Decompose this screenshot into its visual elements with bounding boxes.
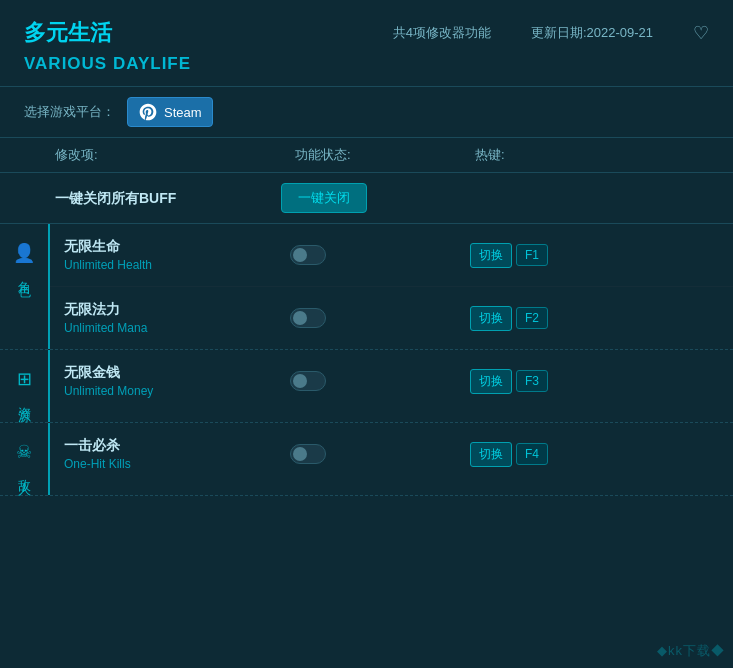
table-row: 无限法力Unlimited Mana切换F2	[50, 287, 733, 349]
disable-all-label-area: 一键关闭所有BUFF	[55, 189, 281, 208]
platform-bar: 选择游戏平台： Steam	[0, 87, 733, 138]
meta-count: 共4项修改器功能	[393, 24, 491, 42]
mod-name-en: One-Hit Kills	[64, 457, 290, 471]
section-sidebar-enemy: ☠敌人	[0, 423, 50, 495]
mod-name-cn: 无限金钱	[64, 364, 290, 382]
disable-all-label: 一键关闭所有BUFF	[55, 190, 176, 206]
section-resources: ⊞资源无限金钱Unlimited Money切换F3	[0, 350, 733, 423]
section-icon-enemy: ☠	[16, 441, 32, 463]
mod-name-en: Unlimited Health	[64, 258, 290, 272]
section-icon-resources: ⊞	[17, 368, 32, 390]
section-enemy: ☠敌人一击必杀One-Hit Kills切换F4	[0, 423, 733, 496]
mod-names: 无限生命Unlimited Health	[64, 238, 290, 272]
watermark: ◆kk下载◆	[657, 642, 725, 660]
disable-all-row: 一键关闭所有BUFF 一键关闭	[0, 173, 733, 224]
col-header-hotkey: 热键:	[475, 146, 505, 164]
steam-label: Steam	[164, 105, 202, 120]
mod-name-cn: 无限生命	[64, 238, 290, 256]
steam-platform-button[interactable]: Steam	[127, 97, 213, 127]
section-content-resources: 无限金钱Unlimited Money切换F3	[50, 350, 733, 422]
header: 多元生活 共4项修改器功能 更新日期:2022-09-21 ♡ VARIOUS …	[0, 0, 733, 87]
game-title-cn: 多元生活	[24, 18, 112, 48]
hotkey-action-button[interactable]: 切换	[470, 442, 512, 467]
table-row: 一击必杀One-Hit Kills切换F4	[50, 423, 733, 485]
disable-all-button-area: 一键关闭	[281, 183, 461, 213]
disable-all-button[interactable]: 一键关闭	[281, 183, 367, 213]
mod-toggle[interactable]	[290, 444, 326, 464]
section-label-character: 角色	[15, 270, 33, 278]
mod-names: 无限金钱Unlimited Money	[64, 364, 290, 398]
hotkey-key: F2	[516, 307, 548, 329]
mod-toggle-area	[290, 371, 470, 391]
mod-names: 一击必杀One-Hit Kills	[64, 437, 290, 471]
section-label-resources: 资源	[15, 396, 33, 404]
platform-label: 选择游戏平台：	[24, 103, 115, 121]
section-character: 👤角色无限生命Unlimited Health切换F1无限法力Unlimited…	[0, 224, 733, 350]
mod-name-en: Unlimited Money	[64, 384, 290, 398]
section-sidebar-character: 👤角色	[0, 224, 50, 349]
mod-toggle-area	[290, 444, 470, 464]
hotkey-area: 切换F1	[470, 243, 548, 268]
header-meta: 共4项修改器功能 更新日期:2022-09-21 ♡	[393, 22, 709, 44]
game-title-en: VARIOUS DAYLIFE	[24, 54, 709, 74]
hotkey-action-button[interactable]: 切换	[470, 369, 512, 394]
mod-toggle-area	[290, 308, 470, 328]
table-header: 修改项: 功能状态: 热键:	[0, 138, 733, 173]
hotkey-key: F3	[516, 370, 548, 392]
mod-toggle[interactable]	[290, 308, 326, 328]
hotkey-key: F4	[516, 443, 548, 465]
mod-toggle[interactable]	[290, 245, 326, 265]
mod-names: 无限法力Unlimited Mana	[64, 301, 290, 335]
table-row: 无限生命Unlimited Health切换F1	[50, 224, 733, 287]
section-sidebar-resources: ⊞资源	[0, 350, 50, 422]
mod-name-en: Unlimited Mana	[64, 321, 290, 335]
hotkey-key: F1	[516, 244, 548, 266]
sections-container: 👤角色无限生命Unlimited Health切换F1无限法力Unlimited…	[0, 224, 733, 496]
section-icon-character: 👤	[13, 242, 35, 264]
section-content-enemy: 一击必杀One-Hit Kills切换F4	[50, 423, 733, 495]
col-header-mod: 修改项:	[55, 146, 295, 164]
hotkey-area: 切换F2	[470, 306, 548, 331]
header-top: 多元生活 共4项修改器功能 更新日期:2022-09-21 ♡	[24, 18, 709, 48]
table-row: 无限金钱Unlimited Money切换F3	[50, 350, 733, 412]
mod-name-cn: 无限法力	[64, 301, 290, 319]
hotkey-area: 切换F4	[470, 442, 548, 467]
section-content-character: 无限生命Unlimited Health切换F1无限法力Unlimited Ma…	[50, 224, 733, 349]
mod-toggle-area	[290, 245, 470, 265]
col-header-status: 功能状态:	[295, 146, 475, 164]
hotkey-area: 切换F3	[470, 369, 548, 394]
meta-date: 更新日期:2022-09-21	[531, 24, 653, 42]
heart-icon[interactable]: ♡	[693, 22, 709, 44]
hotkey-action-button[interactable]: 切换	[470, 306, 512, 331]
mod-name-cn: 一击必杀	[64, 437, 290, 455]
hotkey-action-button[interactable]: 切换	[470, 243, 512, 268]
mod-toggle[interactable]	[290, 371, 326, 391]
section-label-enemy: 敌人	[15, 469, 33, 477]
